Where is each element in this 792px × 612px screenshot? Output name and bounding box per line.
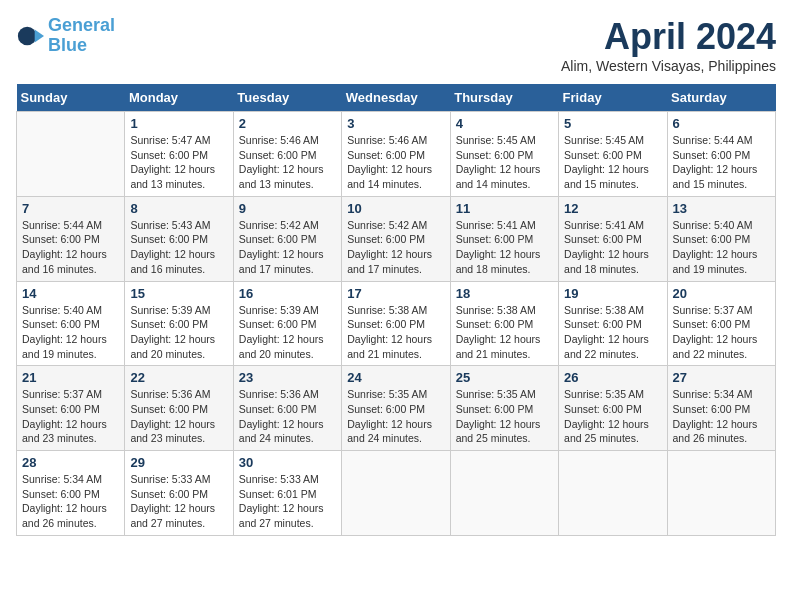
day-number: 24	[347, 370, 444, 385]
day-number: 6	[673, 116, 770, 131]
day-number: 25	[456, 370, 553, 385]
svg-point-0	[18, 26, 37, 45]
calendar-cell: 2Sunrise: 5:46 AMSunset: 6:00 PMDaylight…	[233, 112, 341, 197]
logo-text: General Blue	[48, 16, 115, 56]
calendar-cell: 4Sunrise: 5:45 AMSunset: 6:00 PMDaylight…	[450, 112, 558, 197]
day-number: 23	[239, 370, 336, 385]
week-row-2: 7Sunrise: 5:44 AMSunset: 6:00 PMDaylight…	[17, 196, 776, 281]
calendar-cell: 10Sunrise: 5:42 AMSunset: 6:00 PMDayligh…	[342, 196, 450, 281]
day-info: Sunrise: 5:37 AMSunset: 6:00 PMDaylight:…	[22, 387, 119, 446]
header-sunday: Sunday	[17, 84, 125, 112]
calendar-cell: 11Sunrise: 5:41 AMSunset: 6:00 PMDayligh…	[450, 196, 558, 281]
calendar-cell	[559, 451, 667, 536]
day-info: Sunrise: 5:39 AMSunset: 6:00 PMDaylight:…	[130, 303, 227, 362]
day-info: Sunrise: 5:37 AMSunset: 6:00 PMDaylight:…	[673, 303, 770, 362]
header-thursday: Thursday	[450, 84, 558, 112]
day-number: 27	[673, 370, 770, 385]
week-row-1: 1Sunrise: 5:47 AMSunset: 6:00 PMDaylight…	[17, 112, 776, 197]
calendar-cell: 28Sunrise: 5:34 AMSunset: 6:00 PMDayligh…	[17, 451, 125, 536]
day-info: Sunrise: 5:46 AMSunset: 6:00 PMDaylight:…	[239, 133, 336, 192]
day-number: 18	[456, 286, 553, 301]
page-header: General Blue April 2024 Alim, Western Vi…	[16, 16, 776, 74]
svg-marker-1	[35, 29, 44, 42]
week-row-4: 21Sunrise: 5:37 AMSunset: 6:00 PMDayligh…	[17, 366, 776, 451]
week-row-3: 14Sunrise: 5:40 AMSunset: 6:00 PMDayligh…	[17, 281, 776, 366]
header-saturday: Saturday	[667, 84, 775, 112]
day-info: Sunrise: 5:44 AMSunset: 6:00 PMDaylight:…	[673, 133, 770, 192]
calendar-cell: 12Sunrise: 5:41 AMSunset: 6:00 PMDayligh…	[559, 196, 667, 281]
calendar-cell	[667, 451, 775, 536]
day-number: 29	[130, 455, 227, 470]
logo: General Blue	[16, 16, 115, 56]
calendar-cell: 14Sunrise: 5:40 AMSunset: 6:00 PMDayligh…	[17, 281, 125, 366]
day-info: Sunrise: 5:35 AMSunset: 6:00 PMDaylight:…	[347, 387, 444, 446]
day-info: Sunrise: 5:42 AMSunset: 6:00 PMDaylight:…	[239, 218, 336, 277]
title-section: April 2024 Alim, Western Visayas, Philip…	[561, 16, 776, 74]
calendar-cell: 27Sunrise: 5:34 AMSunset: 6:00 PMDayligh…	[667, 366, 775, 451]
day-number: 17	[347, 286, 444, 301]
header-wednesday: Wednesday	[342, 84, 450, 112]
calendar-cell: 16Sunrise: 5:39 AMSunset: 6:00 PMDayligh…	[233, 281, 341, 366]
day-number: 9	[239, 201, 336, 216]
calendar-cell: 6Sunrise: 5:44 AMSunset: 6:00 PMDaylight…	[667, 112, 775, 197]
day-info: Sunrise: 5:42 AMSunset: 6:00 PMDaylight:…	[347, 218, 444, 277]
day-info: Sunrise: 5:40 AMSunset: 6:00 PMDaylight:…	[673, 218, 770, 277]
day-number: 28	[22, 455, 119, 470]
calendar-header-row: SundayMondayTuesdayWednesdayThursdayFrid…	[17, 84, 776, 112]
day-info: Sunrise: 5:34 AMSunset: 6:00 PMDaylight:…	[673, 387, 770, 446]
location: Alim, Western Visayas, Philippines	[561, 58, 776, 74]
calendar-cell: 13Sunrise: 5:40 AMSunset: 6:00 PMDayligh…	[667, 196, 775, 281]
day-number: 8	[130, 201, 227, 216]
calendar-cell: 15Sunrise: 5:39 AMSunset: 6:00 PMDayligh…	[125, 281, 233, 366]
day-number: 20	[673, 286, 770, 301]
day-number: 16	[239, 286, 336, 301]
calendar-cell: 24Sunrise: 5:35 AMSunset: 6:00 PMDayligh…	[342, 366, 450, 451]
calendar-cell: 26Sunrise: 5:35 AMSunset: 6:00 PMDayligh…	[559, 366, 667, 451]
day-info: Sunrise: 5:44 AMSunset: 6:00 PMDaylight:…	[22, 218, 119, 277]
calendar-cell: 5Sunrise: 5:45 AMSunset: 6:00 PMDaylight…	[559, 112, 667, 197]
header-monday: Monday	[125, 84, 233, 112]
day-info: Sunrise: 5:35 AMSunset: 6:00 PMDaylight:…	[456, 387, 553, 446]
calendar-table: SundayMondayTuesdayWednesdayThursdayFrid…	[16, 84, 776, 536]
calendar-cell: 9Sunrise: 5:42 AMSunset: 6:00 PMDaylight…	[233, 196, 341, 281]
day-info: Sunrise: 5:45 AMSunset: 6:00 PMDaylight:…	[456, 133, 553, 192]
calendar-cell: 3Sunrise: 5:46 AMSunset: 6:00 PMDaylight…	[342, 112, 450, 197]
day-info: Sunrise: 5:38 AMSunset: 6:00 PMDaylight:…	[347, 303, 444, 362]
calendar-cell: 19Sunrise: 5:38 AMSunset: 6:00 PMDayligh…	[559, 281, 667, 366]
day-number: 13	[673, 201, 770, 216]
day-number: 3	[347, 116, 444, 131]
day-info: Sunrise: 5:46 AMSunset: 6:00 PMDaylight:…	[347, 133, 444, 192]
calendar-cell: 20Sunrise: 5:37 AMSunset: 6:00 PMDayligh…	[667, 281, 775, 366]
day-info: Sunrise: 5:41 AMSunset: 6:00 PMDaylight:…	[564, 218, 661, 277]
day-info: Sunrise: 5:40 AMSunset: 6:00 PMDaylight:…	[22, 303, 119, 362]
day-number: 12	[564, 201, 661, 216]
month-title: April 2024	[561, 16, 776, 58]
calendar-cell: 29Sunrise: 5:33 AMSunset: 6:00 PMDayligh…	[125, 451, 233, 536]
day-number: 2	[239, 116, 336, 131]
header-friday: Friday	[559, 84, 667, 112]
calendar-cell: 21Sunrise: 5:37 AMSunset: 6:00 PMDayligh…	[17, 366, 125, 451]
calendar-cell: 8Sunrise: 5:43 AMSunset: 6:00 PMDaylight…	[125, 196, 233, 281]
day-info: Sunrise: 5:41 AMSunset: 6:00 PMDaylight:…	[456, 218, 553, 277]
day-info: Sunrise: 5:34 AMSunset: 6:00 PMDaylight:…	[22, 472, 119, 531]
day-info: Sunrise: 5:33 AMSunset: 6:00 PMDaylight:…	[130, 472, 227, 531]
day-number: 1	[130, 116, 227, 131]
day-info: Sunrise: 5:45 AMSunset: 6:00 PMDaylight:…	[564, 133, 661, 192]
day-number: 5	[564, 116, 661, 131]
day-info: Sunrise: 5:36 AMSunset: 6:00 PMDaylight:…	[130, 387, 227, 446]
calendar-cell: 23Sunrise: 5:36 AMSunset: 6:00 PMDayligh…	[233, 366, 341, 451]
header-tuesday: Tuesday	[233, 84, 341, 112]
day-number: 14	[22, 286, 119, 301]
day-number: 22	[130, 370, 227, 385]
calendar-cell: 17Sunrise: 5:38 AMSunset: 6:00 PMDayligh…	[342, 281, 450, 366]
day-number: 4	[456, 116, 553, 131]
day-info: Sunrise: 5:33 AMSunset: 6:01 PMDaylight:…	[239, 472, 336, 531]
day-number: 10	[347, 201, 444, 216]
day-info: Sunrise: 5:35 AMSunset: 6:00 PMDaylight:…	[564, 387, 661, 446]
day-number: 15	[130, 286, 227, 301]
calendar-cell	[17, 112, 125, 197]
day-number: 7	[22, 201, 119, 216]
day-info: Sunrise: 5:38 AMSunset: 6:00 PMDaylight:…	[456, 303, 553, 362]
day-number: 11	[456, 201, 553, 216]
calendar-cell: 30Sunrise: 5:33 AMSunset: 6:01 PMDayligh…	[233, 451, 341, 536]
